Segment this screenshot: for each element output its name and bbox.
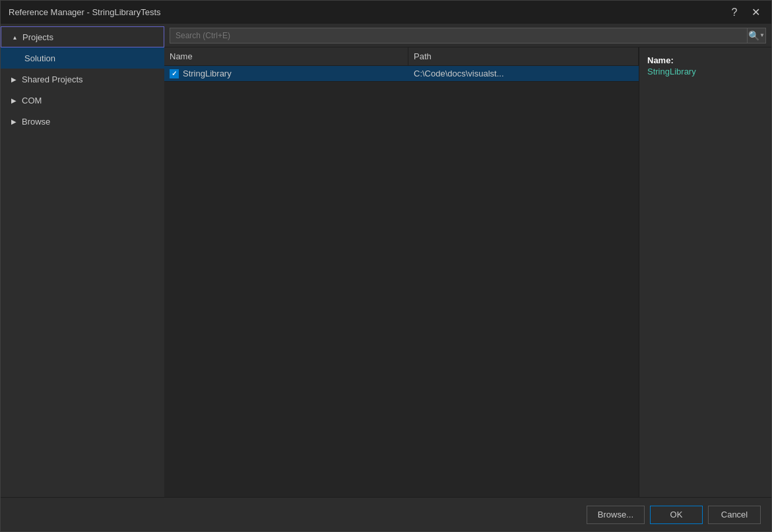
sidebar-item-solution[interactable]: Solution bbox=[1, 47, 164, 69]
info-name-label: Name: bbox=[647, 55, 763, 65]
table-body: StringLibrary C:\Code\docs\visualst... bbox=[164, 66, 639, 497]
sidebar-item-browse[interactable]: ▶ Browse bbox=[1, 111, 164, 132]
info-name-value: StringLibrary bbox=[647, 67, 763, 76]
browse-button[interactable]: Browse... bbox=[587, 506, 645, 524]
main-content: ▴ Projects Solution ▶ Shared Projects ▶ … bbox=[1, 24, 771, 497]
right-panel: 🔍 ▼ Name Path bbox=[164, 24, 771, 497]
close-button[interactable]: ✕ bbox=[748, 5, 763, 20]
footer: Browse... OK Cancel bbox=[1, 497, 771, 531]
column-header-path: Path bbox=[408, 47, 639, 65]
table-area: Name Path StringLibrary bbox=[164, 47, 639, 497]
dialog: Reference Manager - StringLibraryTests ?… bbox=[0, 0, 772, 532]
content-area: Name Path StringLibrary bbox=[164, 47, 771, 497]
sidebar: ▴ Projects Solution ▶ Shared Projects ▶ … bbox=[1, 24, 164, 497]
sidebar-item-projects[interactable]: ▴ Projects bbox=[1, 26, 164, 47]
search-icon-button[interactable]: 🔍 ▼ bbox=[748, 28, 766, 44]
shared-projects-arrow-icon: ▶ bbox=[9, 74, 19, 84]
search-bar: 🔍 ▼ bbox=[164, 24, 771, 47]
search-icon: 🔍 bbox=[748, 30, 759, 41]
row-path-value: C:\Code\docs\visualst... bbox=[414, 69, 504, 78]
com-arrow-icon: ▶ bbox=[9, 95, 19, 105]
sidebar-item-browse-label: Browse bbox=[22, 117, 50, 127]
search-dropdown-arrow: ▼ bbox=[759, 32, 765, 38]
sidebar-item-projects-label: Projects bbox=[22, 32, 53, 42]
ok-button[interactable]: OK bbox=[650, 506, 703, 524]
cancel-button[interactable]: Cancel bbox=[708, 506, 761, 524]
table-row[interactable]: StringLibrary C:\Code\docs\visualst... bbox=[164, 66, 639, 82]
sidebar-item-com-label: COM bbox=[22, 96, 42, 105]
browse-arrow-icon: ▶ bbox=[9, 116, 19, 127]
dialog-title: Reference Manager - StringLibraryTests bbox=[9, 7, 161, 17]
info-panel: Name: StringLibrary bbox=[639, 47, 771, 497]
table-cell-path: C:\Code\docs\visualst... bbox=[408, 67, 639, 80]
table-cell-name: StringLibrary bbox=[164, 67, 408, 80]
help-button[interactable]: ? bbox=[726, 5, 742, 20]
projects-arrow-icon: ▴ bbox=[9, 32, 20, 42]
sidebar-item-solution-label: Solution bbox=[24, 53, 55, 63]
sidebar-item-shared-projects-label: Shared Projects bbox=[22, 74, 83, 84]
sidebar-item-com[interactable]: ▶ COM bbox=[1, 90, 164, 111]
title-bar-buttons: ? ✕ bbox=[726, 5, 763, 20]
title-bar: Reference Manager - StringLibraryTests ?… bbox=[1, 1, 771, 24]
sidebar-item-shared-projects[interactable]: ▶ Shared Projects bbox=[1, 69, 164, 90]
search-input[interactable] bbox=[170, 28, 748, 44]
column-header-name: Name bbox=[164, 47, 408, 65]
table-header: Name Path bbox=[164, 47, 639, 66]
row-name-value: StringLibrary bbox=[183, 69, 232, 78]
row-checkbox[interactable] bbox=[170, 69, 179, 78]
